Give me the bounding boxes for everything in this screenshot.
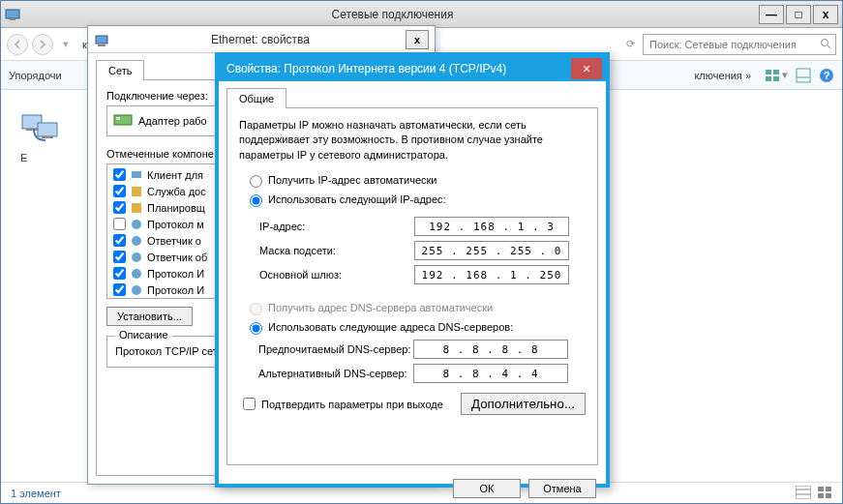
main-titlebar: Сетевые подключения — □ x <box>1 1 842 28</box>
component-checkbox[interactable] <box>113 218 126 230</box>
ipv4-properties-dialog: Свойства: Протокол Интернета версии 4 (T… <box>215 52 610 488</box>
ok-button[interactable]: ОК <box>453 479 521 498</box>
svg-rect-23 <box>96 36 107 44</box>
view-dropdown-icon[interactable]: ▾ <box>782 69 788 81</box>
svg-rect-20 <box>826 487 831 491</box>
ip-address-label: IP-адрес: <box>259 221 414 232</box>
svg-rect-16 <box>796 486 811 499</box>
radio-ip-manual-input[interactable] <box>250 194 262 207</box>
service-icon <box>130 185 143 198</box>
svg-point-2 <box>822 39 828 45</box>
info-text: Параметры IP можно назначать автоматичес… <box>239 118 586 163</box>
details-pane-icon[interactable] <box>796 68 811 83</box>
search-input[interactable] <box>647 38 820 51</box>
connections-menu[interactable]: ключения » <box>694 70 751 81</box>
history-dropdown-icon[interactable]: ▾ <box>63 38 69 50</box>
install-button[interactable]: Установить... <box>106 307 193 326</box>
adapter-name: Адаптер рабо <box>138 115 207 127</box>
component-checkbox[interactable] <box>113 251 126 263</box>
radio-ip-auto[interactable]: Получить IP-адрес автоматически <box>245 172 586 188</box>
svg-point-33 <box>132 269 141 279</box>
svg-point-34 <box>132 285 141 295</box>
svg-text:?: ? <box>824 70 830 81</box>
svg-rect-15 <box>42 136 53 138</box>
eth-window-icon <box>94 32 109 47</box>
client-icon <box>130 168 143 182</box>
close-button[interactable]: x <box>813 5 838 24</box>
forward-button[interactable] <box>32 34 53 55</box>
preferred-dns-input[interactable]: 8 . 8 . 8 . 8 <box>413 340 568 359</box>
svg-rect-7 <box>773 76 779 81</box>
protocol-icon <box>130 283 143 297</box>
radio-ip-manual[interactable]: Использовать следующий IP-адрес: <box>245 192 586 207</box>
ipv4-title-text: Свойства: Протокол Интернета версии 4 (T… <box>226 62 571 75</box>
ipv4-close-button[interactable]: × <box>571 58 602 79</box>
svg-line-3 <box>828 45 830 48</box>
responder-icon <box>130 251 143 264</box>
back-button[interactable] <box>7 34 28 55</box>
refresh-icon[interactable]: ⟳ <box>626 38 635 50</box>
component-checkbox[interactable] <box>113 267 126 280</box>
preferred-dns-label: Предпочитаемый DNS-сервер: <box>258 343 413 355</box>
radio-dns-auto-input <box>250 303 262 315</box>
alternate-dns-input[interactable]: 8 . 8 . 4 . 4 <box>413 364 568 383</box>
large-icons-view-icon[interactable] <box>817 486 832 501</box>
svg-rect-14 <box>26 129 38 131</box>
svg-rect-6 <box>766 76 771 81</box>
alternate-dns-label: Альтернативный DNS-сервер: <box>258 368 413 379</box>
svg-rect-5 <box>773 70 779 74</box>
minimize-button[interactable]: — <box>759 5 784 24</box>
validate-on-exit-checkbox[interactable] <box>243 398 256 410</box>
subnet-mask-label: Маска подсети: <box>259 245 414 256</box>
responder-icon <box>130 234 143 248</box>
advanced-button[interactable]: Дополнительно... <box>461 393 586 415</box>
radio-ip-auto-input[interactable] <box>250 175 262 188</box>
ip-address-input[interactable]: 192 . 168 . 1 . 3 <box>414 217 569 236</box>
organize-menu[interactable]: Упорядочи <box>9 70 62 81</box>
tab-general[interactable]: Общие <box>226 88 286 108</box>
radio-dns-manual[interactable]: Использовать следующие адреса DNS-сервер… <box>245 319 586 335</box>
svg-point-30 <box>132 220 141 229</box>
cancel-button[interactable]: Отмена <box>528 479 596 498</box>
svg-rect-1 <box>10 18 15 20</box>
component-checkbox[interactable] <box>113 168 126 181</box>
eth-close-button[interactable]: x <box>406 30 429 49</box>
svg-point-32 <box>132 252 141 262</box>
svg-rect-13 <box>38 123 57 136</box>
eth-titlebar: Ethernet: свойства x <box>88 26 435 53</box>
protocol-icon <box>130 218 143 231</box>
subnet-mask-input[interactable]: 255 . 255 . 255 . 0 <box>414 241 569 260</box>
eth-title-text: Ethernet: свойства <box>115 33 406 46</box>
component-checkbox[interactable] <box>113 234 126 247</box>
component-checkbox[interactable] <box>113 201 126 214</box>
details-view-icon[interactable] <box>796 486 811 501</box>
main-window-title: Сетевые подключения <box>28 8 757 21</box>
help-icon[interactable]: ? <box>819 68 834 83</box>
search-box[interactable] <box>643 34 836 55</box>
radio-dns-manual-input[interactable] <box>250 322 262 335</box>
svg-rect-28 <box>132 187 141 196</box>
component-checkbox[interactable] <box>113 185 126 197</box>
adapter-label: E <box>20 152 67 163</box>
description-legend: Описание <box>115 329 172 341</box>
scheduler-icon <box>130 201 143 215</box>
ipv4-body: Параметры IP можно назначать автоматичес… <box>226 107 598 465</box>
search-icon[interactable] <box>820 38 831 51</box>
tab-network[interactable]: Сеть <box>96 60 144 80</box>
item-count: 1 элемент <box>11 488 61 499</box>
ethernet-adapter-icon[interactable]: E <box>20 109 67 163</box>
nic-icon <box>113 112 133 130</box>
maximize-button[interactable]: □ <box>786 5 811 24</box>
svg-rect-0 <box>6 10 19 18</box>
svg-rect-27 <box>132 171 141 178</box>
svg-point-31 <box>132 236 141 246</box>
svg-rect-22 <box>826 493 831 498</box>
radio-dns-auto: Получить адрес DNS-сервера автоматически <box>245 300 586 315</box>
component-checkbox[interactable] <box>113 283 126 296</box>
svg-rect-21 <box>818 493 824 498</box>
view-icon[interactable] <box>765 68 780 83</box>
svg-rect-8 <box>797 69 810 82</box>
protocol-icon <box>130 267 143 281</box>
gateway-input[interactable]: 192 . 168 . 1 . 250 <box>414 265 569 284</box>
gateway-label: Основной шлюз: <box>259 269 414 281</box>
